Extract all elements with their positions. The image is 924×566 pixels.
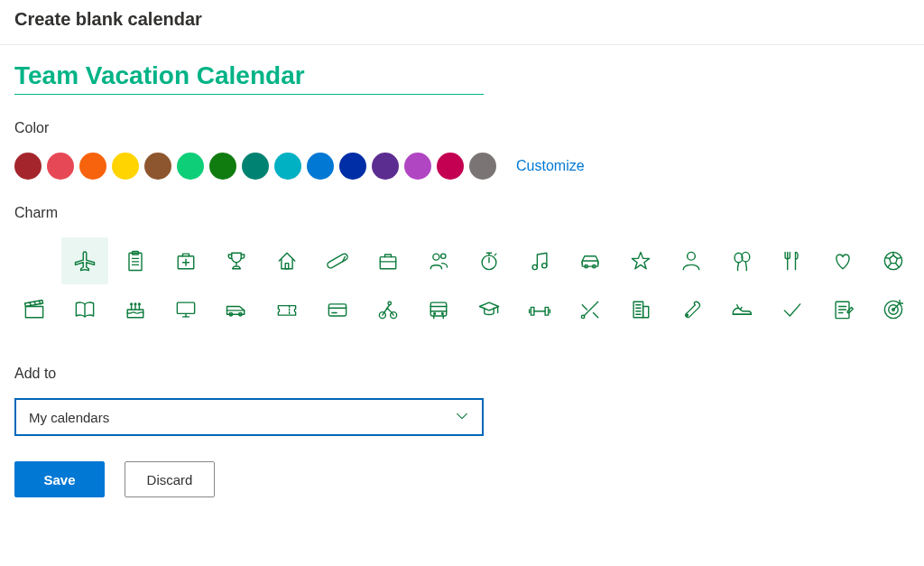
charm-credit-card[interactable] [314,286,361,333]
color-swatch-9[interactable] [307,153,334,180]
color-swatch-12[interactable] [404,153,431,180]
first-aid-icon [173,248,199,274]
svg-point-44 [131,303,133,305]
charm-clipboard[interactable] [112,237,159,284]
cycling-icon [375,297,401,322]
svg-rect-10 [327,253,349,269]
charm-heart[interactable] [819,237,866,284]
charm-checkmark[interactable] [769,286,816,333]
charm-first-aid[interactable] [162,237,209,284]
color-swatch-10[interactable] [339,153,366,180]
airplane-icon [72,248,97,274]
svg-point-64 [442,313,444,315]
charm-notepad[interactable] [819,286,866,333]
charm-trophy[interactable] [213,237,260,284]
charm-target[interactable] [870,286,917,333]
clapperboard-icon [22,297,47,322]
charm-music[interactable] [516,237,563,284]
charm-clapperboard[interactable] [11,286,58,333]
svg-line-33 [888,264,892,267]
charm-fork-knife[interactable] [769,237,816,284]
charm-ticket[interactable] [263,286,310,333]
svg-point-63 [434,313,436,315]
add-to-section-label: Add to [14,366,910,382]
charm-van[interactable] [213,286,260,333]
add-to-value: My calendars [29,410,109,425]
building-icon [628,297,653,322]
charm-graduation[interactable] [466,286,513,333]
color-swatch-4[interactable] [144,153,171,180]
svg-rect-60 [430,302,447,316]
svg-point-73 [581,315,585,319]
graduation-icon [476,297,502,322]
charm-home[interactable] [263,237,310,284]
charm-cycling[interactable] [365,286,411,333]
van-icon [224,297,249,322]
charm-tools[interactable] [567,286,614,333]
svg-point-80 [687,314,688,316]
charm-section-label: Charm [14,205,910,221]
charm-car[interactable] [567,237,614,284]
svg-rect-75 [643,307,649,318]
svg-rect-12 [380,257,396,269]
svg-point-45 [134,303,136,305]
add-to-select[interactable]: My calendars [14,398,484,436]
discard-button[interactable]: Discard [125,461,215,497]
charm-soccer[interactable] [870,237,917,284]
bus-icon [426,297,451,322]
color-swatch-8[interactable] [274,153,301,180]
charm-bus[interactable] [415,286,462,333]
color-swatch-2[interactable] [79,153,106,180]
charm-running-shoe[interactable] [718,286,765,333]
charm-airplane[interactable] [61,237,108,284]
color-swatch-11[interactable] [372,153,399,180]
target-icon [881,297,906,322]
color-swatch-6[interactable] [209,153,236,180]
notepad-icon [830,297,855,322]
color-swatch-7[interactable] [242,153,269,180]
color-swatch-1[interactable] [47,153,74,180]
svg-line-34 [885,258,889,259]
color-swatch-13[interactable] [437,153,464,180]
balloons-icon [729,248,754,274]
charm-wrench[interactable] [668,286,715,333]
ticket-icon [274,297,300,322]
charm-people[interactable] [415,237,462,284]
color-swatch-5[interactable] [177,153,204,180]
charm-monitor[interactable] [162,286,209,333]
charm-none[interactable] [11,237,58,284]
clipboard-icon [123,248,148,274]
charm-star[interactable] [617,237,664,284]
charm-dumbbell[interactable] [516,286,563,333]
running-shoe-icon [729,297,754,322]
people-icon [426,248,451,274]
stopwatch-icon [476,248,502,274]
customize-link[interactable]: Customize [516,158,585,174]
save-button[interactable]: Save [14,461,105,497]
color-swatch-3[interactable] [112,153,139,180]
dumbbell-icon [527,297,552,322]
svg-rect-74 [633,302,643,318]
svg-rect-9 [285,264,289,269]
page-title: Create blank calendar [0,0,924,45]
charm-person[interactable] [668,237,715,284]
book-icon [72,297,97,322]
charm-cake[interactable] [112,286,159,333]
charm-briefcase[interactable] [365,237,411,284]
svg-point-22 [542,264,547,268]
charm-pill[interactable] [314,237,361,284]
chevron-down-icon [455,409,469,426]
tools-icon [578,297,603,322]
charm-building[interactable] [617,286,664,333]
color-swatch-0[interactable] [14,153,42,180]
home-icon [274,248,300,274]
charm-stopwatch[interactable] [466,237,513,284]
charm-book[interactable] [61,286,108,333]
svg-rect-35 [25,307,42,318]
fork-knife-icon [780,248,805,274]
color-swatch-14[interactable] [469,153,496,180]
color-section-label: Color [14,120,910,136]
charm-balloons[interactable] [718,237,765,284]
svg-line-32 [896,264,900,267]
calendar-name-input[interactable] [14,61,484,95]
